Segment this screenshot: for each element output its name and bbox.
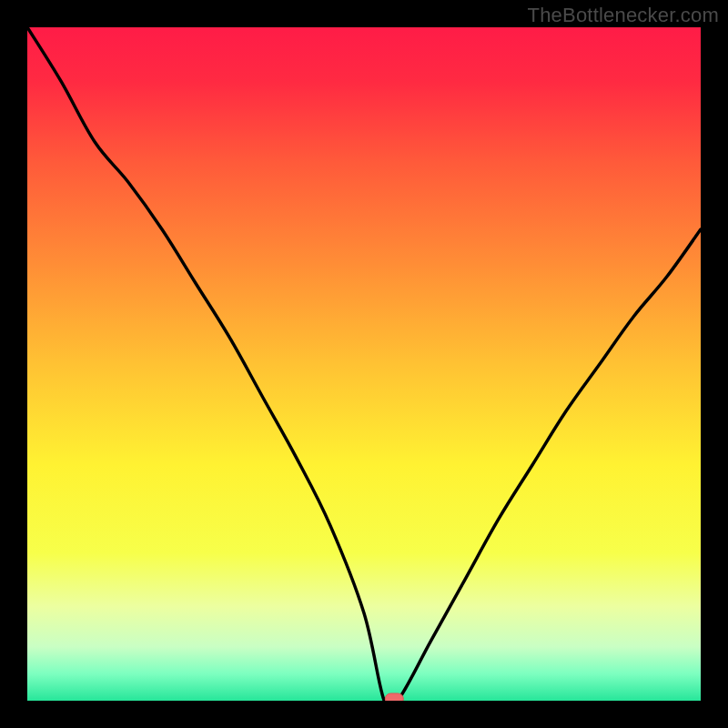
attribution-text: TheBottlenecker.com bbox=[528, 4, 719, 27]
chart-plot-area bbox=[27, 27, 701, 701]
optimal-marker bbox=[385, 693, 403, 701]
chart-frame: TheBottlenecker.com bbox=[0, 0, 728, 728]
chart-svg bbox=[27, 27, 701, 701]
